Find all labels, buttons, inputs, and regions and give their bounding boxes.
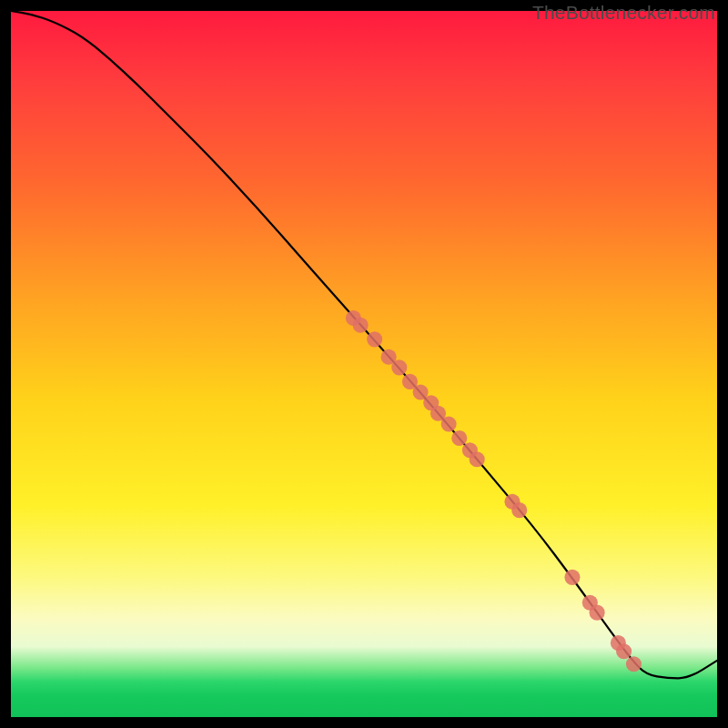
chart-frame: TheBottleneсker.com — [0, 0, 728, 728]
plot-background — [11, 11, 717, 717]
watermark-text: TheBottleneсker.com — [532, 2, 715, 24]
